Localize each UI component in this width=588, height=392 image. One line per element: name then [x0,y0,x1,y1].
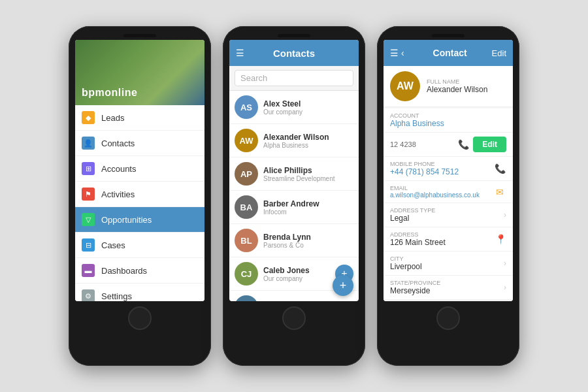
phone-menu: bpmonline ◆Leads👤Contacts⊞Accounts⚑Activ… [69,26,211,366]
phone-detail: ☰ ‹ Contact Edit AW Full name Alexander … [377,26,519,366]
hamburger-icon-detail[interactable]: ☰ [390,48,399,58]
address-pin-icon[interactable]: 📍 [495,234,506,244]
edit-button[interactable]: Edit [492,48,506,58]
opportunities-icon: ▽ [82,213,95,226]
back-icon[interactable]: ‹ [401,48,404,58]
contact-name: Alice Phillips [263,166,353,175]
contact-info: Barber AndrewInfocom [263,199,353,216]
contact-company: Parsons & Co [263,242,353,249]
email-row: Email a.wilson@alphabusiness.co.uk ✉ [384,181,513,203]
account-row: Account Alpha Business [384,108,513,133]
menu-label-settings: Settings [101,291,132,301]
contact-name: Alexander Wilson [263,133,353,142]
home-button-3[interactable] [436,306,460,330]
menu-item-cases[interactable]: ⊟Cases [75,233,204,258]
contact-avatar: BL [235,229,258,252]
menu-item-dashboards[interactable]: ▬Dashboards [75,258,204,284]
menu-item-leads[interactable]: ◆Leads [75,105,204,131]
logo-bold: online [105,87,137,98]
contact-info: Brenda LynnParsons & Co [263,233,353,249]
contact-name-wrap: Full name Alexander Wilson [427,78,487,94]
contact-avatar: BA [235,195,258,219]
fullname-label: Full name [427,78,487,85]
mobile-call-icon[interactable]: 📞 [493,163,506,174]
menu-label-leads: Leads [101,113,124,123]
menu-label-contacts: Contacts [101,139,135,148]
phone-call-row: 12 4238 📞 Edit [384,133,513,157]
contact-company: Our company [263,275,335,282]
contact-avatar: CJ [235,262,258,286]
address-value: 126 Main Street [390,238,495,247]
contacts-title: Contacts [273,48,315,59]
home-button[interactable] [128,306,152,330]
hamburger-icon[interactable]: ☰ [236,48,244,58]
contact-item[interactable]: APAlice PhillipsStreamline Development [229,157,359,191]
menu-item-settings[interactable]: ⚙Settings [75,284,204,301]
phone-screen-contacts: ☰ Contacts Search ASAlex SteelOur compan… [229,40,359,301]
search-placeholder: Search [240,73,267,83]
dashboards-icon: ▬ [82,264,95,277]
search-input-wrap[interactable]: Search [235,70,353,86]
account-label: Account [390,112,506,119]
contact-company: Infocom [263,208,353,216]
add-contact-fab[interactable]: + [333,275,353,296]
city-row[interactable]: City Liverpool › [384,252,513,276]
email-content: Email a.wilson@alphabusiness.co.uk [390,185,493,199]
edit-contact-btn[interactable]: Edit [473,137,506,152]
contact-detail-header: ☰ ‹ Contact Edit [384,40,513,66]
state-row[interactable]: State/province Merseyside › [384,276,513,300]
contact-item[interactable]: ASAlex SteelOur company [229,91,359,124]
email-value[interactable]: a.wilson@alphabusiness.co.uk [390,191,493,199]
scene: bpmonline ◆Leads👤Contacts⊞Accounts⚑Activ… [0,0,588,392]
menu-item-contacts[interactable]: 👤Contacts [75,131,204,156]
contact-info: Caleb JonesOur company [263,266,335,282]
mobile-value[interactable]: +44 (781) 854 7512 [390,167,493,176]
menu-item-opportunities[interactable]: ▽Opportunities [75,207,204,233]
logo-text: bpm [82,87,105,98]
call-actions: 📞 Edit [458,137,506,152]
contact-item[interactable]: BABarber AndrewInfocom [229,191,359,224]
city-content: City Liverpool [390,255,504,271]
fullname-value: Alexander Wilson [427,85,487,94]
phone-screen-menu: bpmonline ◆Leads👤Contacts⊞Accounts⚑Activ… [75,40,204,301]
contact-name: Caleb Jones [263,266,335,275]
menu-item-accounts[interactable]: ⊞Accounts [75,156,204,182]
contact-profile: AW Full name Alexander Wilson [384,66,513,107]
detail-body: AW Full name Alexander Wilson Account Al… [384,66,513,301]
phone-contacts: ☰ Contacts Search ASAlex SteelOur compan… [223,26,365,366]
chevron-state: › [504,283,506,292]
contact-info: Alice PhillipsStreamline Development [263,166,353,182]
address-content: Address 126 Main Street [390,231,495,247]
menu-label-opportunities: Opportunities [101,215,152,225]
address-type-label: Address type [390,207,504,214]
menu-label-accounts: Accounts [101,164,136,174]
phone-speaker [123,34,156,37]
contact-item[interactable]: AWAlexander WilsonAlpha Business [229,124,359,157]
contacts-list: ASAlex SteelOur companyAWAlexander Wilso… [229,91,359,301]
search-bar: Search [229,66,359,91]
contact-company: Streamline Development [263,175,353,182]
address-row: Address 126 Main Street 📍 [384,227,513,252]
address-label: Address [390,231,495,238]
contacts-icon: 👤 [82,137,95,150]
contact-info: Alex SteelOur company [263,99,353,116]
menu-label-activities: Activities [101,189,135,199]
chevron-address-type: › [504,210,506,220]
city-label: City [390,255,504,262]
home-button-2[interactable] [282,306,306,330]
email-label: Email [390,185,493,191]
contact-info: Alexander WilsonAlpha Business [263,133,353,149]
account-value[interactable]: Alpha Business [390,119,506,128]
email-icon[interactable]: ✉ [493,187,506,197]
contact-avatar: CB [235,295,258,301]
mobile-label: Mobile phone [390,161,493,167]
menu-list: ◆Leads👤Contacts⊞Accounts⚑Activities▽Oppo… [75,105,204,301]
phone-call-icon[interactable]: 📞 [458,139,469,150]
address-type-row[interactable]: Address type Legal › [384,203,513,227]
contact-name: Barber Andrew [263,199,353,208]
contact-item[interactable]: BLBrenda LynnParsons & Co [229,224,359,257]
leads-icon: ◆ [82,111,95,124]
menu-item-activities[interactable]: ⚑Activities [75,182,204,207]
state-value: Merseyside [390,286,504,295]
address-type-value: Legal [390,214,504,223]
